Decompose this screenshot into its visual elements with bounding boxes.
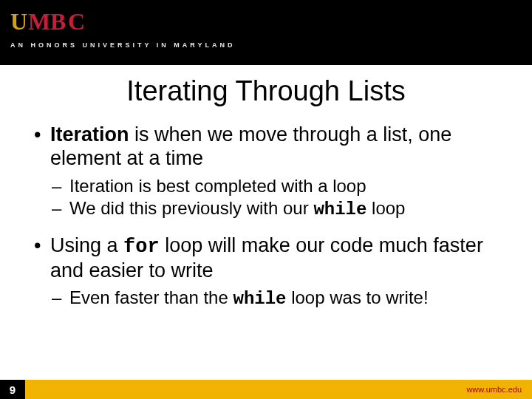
sub-2a-code: while: [233, 289, 286, 309]
footer-url: www.umbc.edu: [466, 385, 522, 394]
sub-1a-pre: Iteration is best completed with a loop: [69, 176, 366, 196]
bullet-2: Using a for loop will make our code much…: [31, 234, 501, 311]
sub-1b-code: while: [313, 200, 366, 219]
slide-container: U M B C AN HONORS UNIVERSITY IN MARYLAND…: [0, 0, 532, 399]
tagline: AN HONORS UNIVERSITY IN MARYLAND: [10, 41, 522, 49]
footer-bar: 9 www.umbc.edu: [0, 380, 532, 399]
logo: U M B C: [10, 7, 522, 37]
svg-text:B: B: [50, 8, 66, 35]
sub-2a-pre: Even faster than the: [69, 287, 233, 307]
header-bar: U M B C AN HONORS UNIVERSITY IN MARYLAND: [0, 0, 532, 65]
bullet-1-sublist: Iteration is best completed with a loop …: [50, 175, 501, 221]
svg-text:U: U: [10, 8, 27, 35]
svg-text:M: M: [28, 8, 50, 35]
content-area: Iterating Through Lists Iteration is whe…: [0, 65, 532, 399]
bullet-1: Iteration is when we move through a list…: [31, 123, 501, 221]
bullet-1-bold: Iteration: [50, 123, 129, 146]
bullet-2-sublist: Even faster than the while loop was to w…: [50, 287, 501, 310]
bullet-1-sub-2: We did this previously with our while lo…: [50, 197, 501, 221]
umbc-logo-icon: U M B C: [10, 7, 99, 37]
bullet-list: Iteration is when we move through a list…: [31, 123, 501, 310]
bullet-2-code: for: [123, 236, 160, 258]
bullet-1-sub-1: Iteration is best completed with a loop: [50, 175, 501, 197]
slide-title: Iterating Through Lists: [31, 75, 501, 107]
sub-2a-post: loop was to write!: [287, 287, 429, 307]
bullet-2-sub-1: Even faster than the while loop was to w…: [50, 287, 501, 310]
svg-text:C: C: [68, 8, 85, 35]
sub-1b-post: loop: [366, 198, 405, 218]
page-number: 9: [0, 380, 25, 399]
sub-1b-pre: We did this previously with our: [69, 198, 313, 218]
bullet-2-pre: Using a: [50, 234, 123, 256]
